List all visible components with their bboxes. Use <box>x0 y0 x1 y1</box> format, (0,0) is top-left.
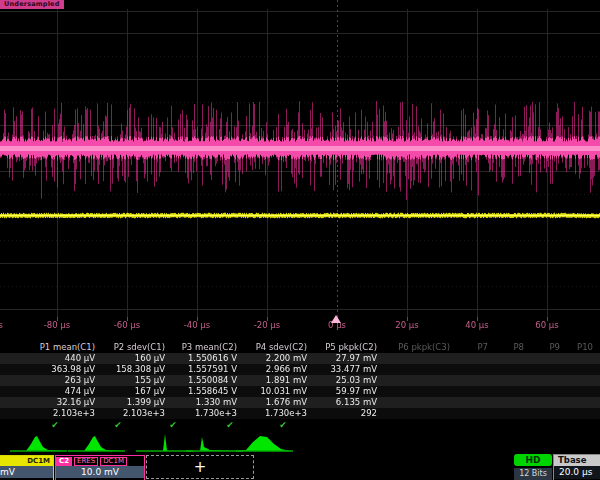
time-axis-label: -100 µs <box>0 320 3 330</box>
measure-value: 25.03 mV <box>287 375 377 386</box>
measure-value: 292 <box>287 408 377 419</box>
measure-histicon[interactable] <box>10 432 67 452</box>
add-trace-button[interactable]: + <box>146 455 254 479</box>
time-axis-label: -20 µs <box>254 320 280 330</box>
time-axis-label: 20 µs <box>395 320 418 330</box>
measure-value: 27.97 mV <box>287 353 377 364</box>
c1-volts-per-div: 10.0 mV <box>0 466 53 478</box>
measure-histicon[interactable] <box>68 432 125 452</box>
status-badge: Undersampled <box>0 0 64 9</box>
measure-row: 2.103e+32.103e+31.730e+31.730e+3292 <box>0 408 600 419</box>
measure-status-check: ✔ <box>169 420 177 430</box>
c2-channel-badge: C2 <box>56 457 72 466</box>
measure-row: 263 µV155 µV1.550084 V1.891 mV25.03 mV <box>0 375 600 386</box>
measure-value: 59.97 mV <box>287 386 377 397</box>
hd-mode-badge[interactable]: HD <box>514 454 552 466</box>
measure-header-p11[interactable]: P11 <box>550 342 600 353</box>
measure-row: 474 µV167 µV1.558645 V10.031 mV59.97 mV <box>0 386 600 397</box>
measure-status-check: ✔ <box>279 420 287 430</box>
time-axis-label: -80 µs <box>44 320 70 330</box>
measure-histicon[interactable] <box>186 432 243 452</box>
channel-c2-descriptor[interactable]: C2 ERES DC1M 10.0 mV <box>55 455 145 480</box>
measure-row: 440 µV160 µV1.550616 V2.200 mV27.97 mV <box>0 353 600 364</box>
timebase-descriptor[interactable]: Tbase 20.0 µs <box>553 454 600 480</box>
time-axis-label: -40 µs <box>184 320 210 330</box>
channel-c1-descriptor[interactable]: DC1M 10.0 mV <box>0 455 54 480</box>
measure-histicon[interactable] <box>136 432 193 452</box>
resolution-bits-label: 12 Bits <box>514 468 552 480</box>
c1-coupling-label: DC1M <box>27 456 50 466</box>
time-axis-label: 60 µs <box>535 320 558 330</box>
trigger-position-marker[interactable] <box>331 315 341 323</box>
c2-volts-per-div: 10.0 mV <box>56 466 144 478</box>
measure-status-check: ✔ <box>226 420 234 430</box>
waveform-display[interactable] <box>0 0 600 336</box>
time-axis-label: 40 µs <box>465 320 488 330</box>
c2-eres-label: ERES <box>74 457 98 466</box>
timebase-per-div: 20.0 µs <box>554 466 600 479</box>
measure-status-check: ✔ <box>51 420 59 430</box>
measure-value: 6.135 mV <box>287 397 377 408</box>
measure-row: 363.98 µV158.308 µV1.557591 V2.966 mV33.… <box>0 364 600 375</box>
measure-row: 32.16 µV1.399 µV1.330 mV1.676 mV6.135 mV <box>0 397 600 408</box>
measure-value: 33.477 mV <box>287 364 377 375</box>
timebase-title: Tbase <box>554 455 600 466</box>
oscilloscope-screen: Undersampled -100 µs-80 µs-60 µs-40 µs-2… <box>0 0 600 480</box>
c2-coupling-label: DC1M <box>100 457 127 466</box>
measure-status-check: ✔ <box>114 420 122 430</box>
time-axis-label: -60 µs <box>114 320 140 330</box>
measure-histicon[interactable] <box>236 432 293 452</box>
